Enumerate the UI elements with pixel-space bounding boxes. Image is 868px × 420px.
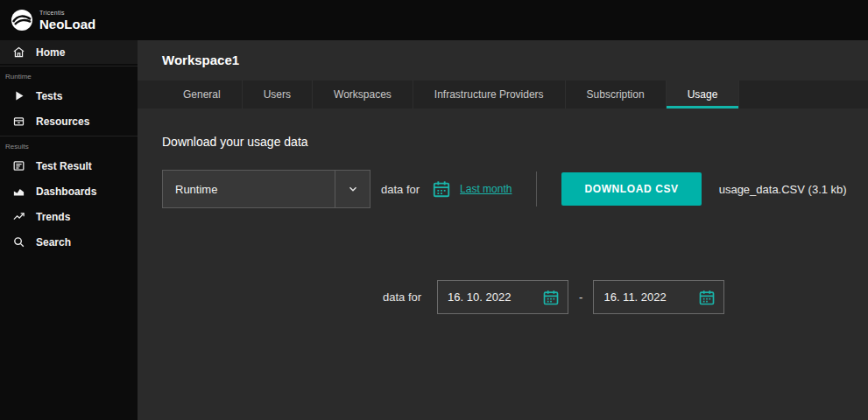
usage-heading: Download your usage data bbox=[162, 135, 868, 149]
chevron-down-icon bbox=[335, 171, 370, 207]
sidebar-item-dashboards[interactable]: Dashboards bbox=[0, 178, 138, 204]
calendar-icon[interactable] bbox=[698, 289, 716, 306]
page-title: Workspace1 bbox=[138, 40, 868, 67]
tab-users[interactable]: Users bbox=[243, 80, 313, 108]
trends-icon bbox=[12, 210, 25, 223]
sidebar-item-label: Dashboards bbox=[36, 186, 96, 198]
usage-download-row: Runtime data for Last month DOWNLOAD CSV… bbox=[162, 170, 868, 208]
sidebar-section-results: Results bbox=[0, 136, 138, 153]
sidebar-item-label: Tests bbox=[36, 90, 62, 102]
sidebar-item-label: Test Result bbox=[36, 160, 92, 172]
tricentis-logo-icon bbox=[11, 9, 33, 32]
tab-general[interactable]: General bbox=[162, 80, 243, 108]
sidebar-item-label: Resources bbox=[36, 116, 89, 128]
brand-product: NeoLoad bbox=[39, 18, 95, 31]
brand-company: Tricentis bbox=[39, 10, 95, 16]
top-bar: Tricentis NeoLoad bbox=[0, 0, 868, 40]
sidebar-section-runtime: Runtime bbox=[0, 66, 138, 83]
calendar-icon[interactable] bbox=[432, 179, 451, 199]
sidebar-item-test-result[interactable]: Test Result bbox=[0, 153, 138, 178]
file-info: usage_data.CSV (3.1 kb) bbox=[719, 183, 847, 196]
play-icon bbox=[12, 89, 25, 102]
end-date-value: 16. 11. 2022 bbox=[603, 290, 693, 304]
sidebar-item-resources[interactable]: Resources bbox=[0, 108, 138, 134]
home-icon bbox=[12, 46, 25, 59]
tab-subscription[interactable]: Subscription bbox=[566, 80, 667, 108]
sidebar-item-label: Home bbox=[36, 46, 65, 59]
dataset-select[interactable]: Runtime bbox=[162, 170, 370, 208]
tab-workspaces[interactable]: Workspaces bbox=[313, 80, 413, 108]
test-result-icon bbox=[12, 159, 25, 172]
usage-range-row: data for 16. 10. 2022 - 16. 11. 2022 bbox=[383, 280, 868, 314]
end-date-field[interactable]: 16. 11. 2022 bbox=[593, 280, 724, 314]
calendar-icon[interactable] bbox=[542, 289, 560, 306]
tab-usage[interactable]: Usage bbox=[667, 80, 740, 108]
tab-bar: General Users Workspaces Infrastructure … bbox=[138, 80, 868, 108]
last-month-link[interactable]: Last month bbox=[460, 183, 512, 195]
data-for-label: data for bbox=[383, 290, 421, 304]
tab-infrastructure-providers[interactable]: Infrastructure Providers bbox=[413, 80, 566, 108]
sidebar-item-trends[interactable]: Trends bbox=[0, 204, 138, 229]
download-csv-button[interactable]: DOWNLOAD CSV bbox=[561, 172, 701, 206]
resources-icon bbox=[12, 115, 25, 128]
vertical-divider bbox=[536, 172, 537, 206]
dataset-select-value: Runtime bbox=[163, 183, 335, 196]
start-date-value: 16. 10. 2022 bbox=[448, 290, 537, 304]
sidebar-item-tests[interactable]: Tests bbox=[0, 83, 138, 108]
dashboards-icon bbox=[12, 185, 25, 198]
brand-logo[interactable]: Tricentis NeoLoad bbox=[11, 9, 95, 32]
sidebar-item-label: Search bbox=[36, 236, 71, 248]
sidebar-item-label: Trends bbox=[36, 211, 70, 223]
range-separator: - bbox=[579, 290, 582, 304]
main-panel: Workspace1 General Users Workspaces Infr… bbox=[138, 40, 868, 420]
start-date-field[interactable]: 16. 10. 2022 bbox=[437, 280, 568, 314]
sidebar: Home Runtime Tests Resources Results Tes… bbox=[0, 40, 138, 420]
sidebar-item-search[interactable]: Search bbox=[0, 229, 138, 255]
data-for-label: data for bbox=[381, 183, 420, 196]
search-icon bbox=[12, 235, 25, 248]
sidebar-item-home[interactable]: Home bbox=[0, 40, 138, 64]
